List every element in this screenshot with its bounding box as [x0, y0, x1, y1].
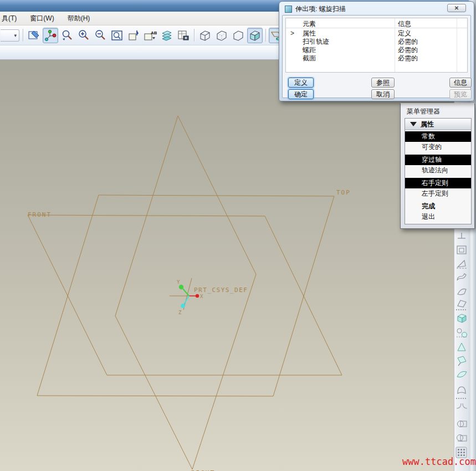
info-cell: 必需的 — [398, 38, 418, 46]
y-axis-tip — [179, 285, 183, 289]
handle-icon[interactable] — [455, 232, 468, 244]
boundary-blend-tool-icon[interactable] — [455, 298, 468, 310]
section-label: 属性 — [421, 120, 434, 129]
revolve-tool-icon[interactable] — [455, 258, 468, 270]
menu-window[interactable]: 窗口(W) — [23, 12, 60, 25]
section-collapse-icon — [410, 122, 417, 126]
define-button[interactable]: 定义 — [288, 78, 314, 88]
x-axis-label: X — [200, 294, 203, 299]
close-icon[interactable]: ✕ — [447, 4, 466, 12]
hole-tool-icon[interactable] — [455, 327, 468, 340]
zoom-out-icon[interactable] — [93, 28, 108, 43]
x-axis-tip — [196, 294, 199, 298]
toolbar-separator — [456, 398, 467, 399]
dialog-title: 伸出项: 螺旋扫描 — [285, 4, 346, 14]
helical-sweep-dialog: 伸出项: 螺旋扫描 ✕ 元素 信息 > 属性 定义 — [279, 1, 474, 101]
cancel-button[interactable]: 取消 — [371, 89, 395, 99]
csys[interactable]: X Y Z PRT_CSYS_DEF — [170, 278, 248, 315]
wireframe-display-icon[interactable] — [197, 28, 213, 43]
zoom-in-icon[interactable] — [76, 28, 91, 43]
style-tool-icon[interactable] — [455, 312, 468, 325]
menu-item[interactable]: 可变的 — [405, 142, 471, 152]
menu-item[interactable]: 轨迹法向 — [405, 165, 471, 176]
menu-items: 常数 可变的 穿过轴 轨迹法向 右手定则 左手定则 完成 退出 — [405, 130, 471, 222]
table-header: 元素 信息 — [286, 18, 467, 28]
view-manager-icon[interactable] — [176, 28, 191, 43]
csys-label[interactable]: PRT_CSYS_DEF — [194, 286, 248, 294]
shell-tool-icon[interactable] — [455, 383, 468, 396]
column-element: 元素 — [303, 19, 316, 29]
front-datum-plane[interactable] — [28, 215, 342, 375]
menu-manager: 菜单管理器 属性 常数 可变的 穿过轴 轨迹法向 右手定则 左手定则 — [400, 103, 475, 229]
menu-item[interactable]: 退出 — [405, 212, 471, 222]
element-cell: 截面 — [303, 54, 316, 63]
saved-views-icon[interactable] — [126, 28, 141, 43]
chamfer-tool-icon[interactable] — [455, 417, 468, 429]
spin-center-icon[interactable] — [43, 28, 58, 43]
zoom-window-icon[interactable] — [109, 28, 125, 43]
dialog-icon — [285, 6, 292, 13]
hidden-line-display-icon[interactable] — [214, 28, 229, 43]
menu-item[interactable]: 穿过轴 — [405, 155, 471, 165]
table-rows: > 属性 定义 > 扫引轨迹 必需的 > 螺距 — [286, 29, 467, 63]
toolbar-separator — [265, 29, 266, 42]
y-axis-label: Y — [177, 279, 180, 285]
current-row-marker-icon: > — [290, 29, 297, 38]
toolbar-separator — [23, 29, 23, 42]
repaint-icon[interactable] — [26, 28, 42, 43]
refit-icon[interactable] — [59, 28, 75, 43]
info-cell: 必需的 — [398, 54, 418, 63]
menu-section-header[interactable]: 属性 — [405, 119, 471, 130]
menu-manager-menu: 属性 常数 可变的 穿过轴 轨迹法向 右手定则 左手定则 完成 — [405, 118, 472, 224]
table-row[interactable]: > 截面 必需的 — [286, 54, 467, 63]
z-axis-label: Z — [178, 310, 182, 315]
reference-button[interactable]: 参照 — [371, 78, 395, 88]
element-cell: 属性 — [303, 29, 316, 38]
info-cell: 定义 — [398, 29, 411, 38]
preview-button: 预览 — [449, 89, 472, 99]
round-tool-icon[interactable] — [455, 402, 468, 414]
ok-button[interactable]: 确定 — [288, 89, 314, 99]
element-table[interactable]: 元素 信息 > 属性 定义 > 扫引轨迹 — [285, 18, 468, 73]
toolbar-separator — [456, 309, 467, 310]
table-row[interactable]: > 属性 定义 — [286, 29, 467, 38]
menu-help[interactable]: 帮助(H) — [61, 12, 97, 25]
combo-remnant[interactable]: ▾ — [1, 29, 19, 42]
layers-icon[interactable] — [159, 28, 175, 43]
extrude-tool-icon[interactable] — [455, 244, 468, 257]
menu-item[interactable]: 左手定则 — [405, 188, 471, 199]
menu-item[interactable]: 右手定则 — [405, 178, 471, 188]
table-row[interactable]: > 扫引轨迹 必需的 — [286, 38, 467, 46]
sweep-tool-icon[interactable] — [455, 272, 468, 284]
flag-tool-icon[interactable] — [455, 355, 468, 367]
blend-tool-icon[interactable] — [455, 285, 468, 298]
dialog-body: 元素 信息 > 属性 定义 > 扫引轨迹 — [282, 15, 471, 98]
table-row[interactable]: > 螺距 必需的 — [286, 46, 467, 54]
info-button[interactable]: 信息 — [449, 78, 472, 88]
no-hidden-display-icon[interactable] — [231, 28, 246, 43]
surface-tool-icon[interactable] — [455, 368, 468, 381]
menu-tools[interactable]: 具(T) — [0, 12, 23, 25]
column-info: 信息 — [398, 19, 411, 29]
z-axis-tip — [181, 304, 185, 308]
toolbar-separator — [194, 29, 195, 42]
view-names-icon[interactable]: AB — [142, 28, 158, 43]
application-window: 具(T) 窗口(W) 帮助(H) ▾ AB — [0, 0, 476, 471]
draft-tool-icon[interactable] — [455, 341, 468, 354]
menu-item[interactable]: 完成 — [405, 201, 471, 212]
info-cell: 必需的 — [398, 46, 418, 54]
pattern-tool-icon[interactable] — [455, 446, 468, 459]
front-plane-label[interactable]: FRONT — [28, 211, 52, 218]
svg-text:AB: AB — [151, 30, 157, 35]
chamfer-edge-tool-icon[interactable] — [455, 431, 468, 444]
shaded-display-icon[interactable] — [247, 28, 263, 43]
element-cell: 螺距 — [303, 46, 316, 54]
top-plane-label[interactable]: TOP — [336, 189, 351, 196]
element-cell: 扫引轨迹 — [303, 38, 329, 46]
menu-manager-title: 菜单管理器 — [407, 107, 440, 116]
menu-item[interactable]: 常数 — [405, 131, 471, 142]
